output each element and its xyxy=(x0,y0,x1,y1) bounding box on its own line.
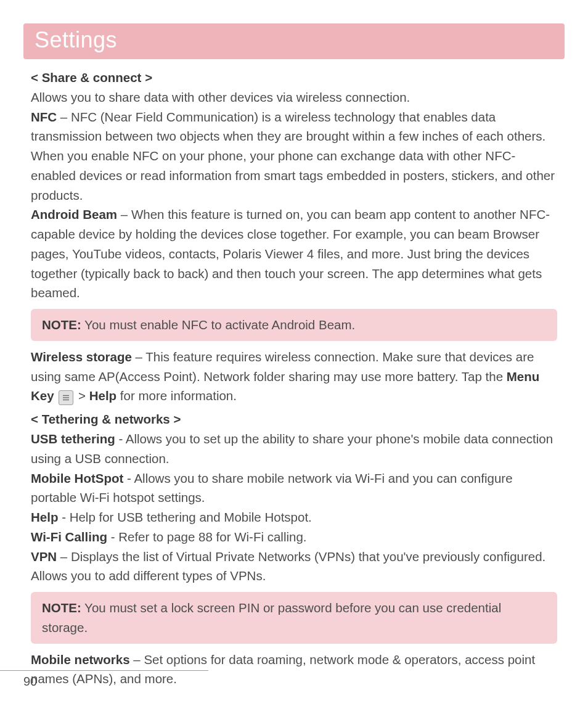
nfc-label: NFC xyxy=(31,110,57,124)
note-box-nfc: NOTE: You must enable NFC to activate An… xyxy=(31,309,557,341)
note-label-2: NOTE: xyxy=(42,601,81,615)
page-number: 90 xyxy=(0,670,208,689)
section-share-connect: < Share & connect > xyxy=(31,70,152,84)
wireless-storage-label: Wireless storage xyxy=(31,350,132,364)
usb-tethering-label: USB tethering xyxy=(31,432,115,446)
menu-key-icon xyxy=(59,390,73,405)
page-content: < Share & connect > Allows you to share … xyxy=(23,59,565,689)
help-label: Help xyxy=(31,510,58,524)
note-text: You must enable NFC to activate Android … xyxy=(81,318,355,332)
help-label-inline: Help xyxy=(89,388,116,403)
note-label: NOTE: xyxy=(42,318,81,332)
section-tethering-networks: < Tethering & networks > xyxy=(31,412,181,426)
wifi-calling-label: Wi-Fi Calling xyxy=(31,530,107,544)
settings-header: Settings xyxy=(23,23,565,59)
mobile-hotspot-label: Mobile HotSpot xyxy=(31,471,123,485)
android-beam-label: Android Beam xyxy=(31,207,117,221)
vpn-text: – Displays the list of Virtual Private N… xyxy=(31,549,545,583)
share-connect-intro: Allows you to share data with other devi… xyxy=(31,88,557,107)
manual-page: Settings < Share & connect > Allows you … xyxy=(0,0,588,706)
page-title: Settings xyxy=(35,27,117,52)
vpn-label: VPN xyxy=(31,549,57,564)
gt-separator: > xyxy=(75,388,89,403)
nfc-text: – NFC (Near Field Communication) is a wi… xyxy=(31,110,555,202)
help-text: - Help for USB tethering and Mobile Hots… xyxy=(58,510,311,524)
mobile-networks-label: Mobile networks xyxy=(31,652,130,667)
note-text-2: You must set a lock screen PIN or passwo… xyxy=(42,601,501,634)
wireless-storage-text-2: for more information. xyxy=(116,388,237,403)
note-box-credential: NOTE: You must set a lock screen PIN or … xyxy=(31,592,557,644)
wifi-calling-text: - Refer to page 88 for Wi-Fi calling. xyxy=(107,530,307,544)
